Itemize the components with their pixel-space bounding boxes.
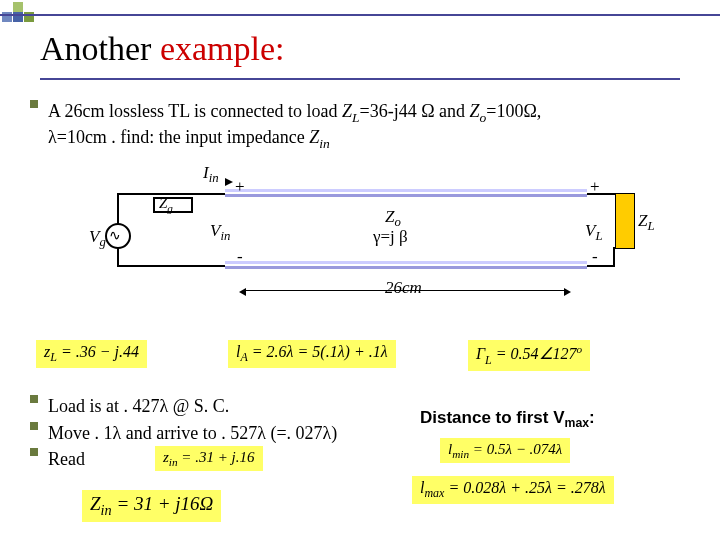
title-red: example:: [160, 30, 285, 67]
Zg-label: Zg: [159, 195, 173, 214]
ZL-label: ZL: [638, 211, 655, 234]
Zins: in: [319, 136, 330, 151]
title-black: Another: [40, 30, 160, 67]
Zo: Z: [470, 101, 480, 121]
b2b: (=. 027λ): [270, 423, 337, 443]
ZLs: L: [352, 110, 360, 125]
lA-eq: lA = 2.6λ = 5(.1λ) + .1λ: [228, 340, 396, 368]
header-rule: [0, 14, 720, 16]
lmin-eq: lmin = 0.5λ − .074λ: [440, 438, 570, 463]
Gamma-eq: ΓL = 0.54∠127o: [468, 340, 590, 371]
b3: Read: [30, 448, 690, 471]
gamma-label: γ=j β: [373, 227, 408, 247]
plus-right: +: [590, 177, 600, 197]
Zin-big-eq: Zin = 31 + j16Ω: [82, 490, 221, 522]
t4: λ=10cm . find: the input impedance: [48, 127, 309, 147]
t3: =100Ω,: [486, 101, 541, 121]
corner-logo: [2, 2, 36, 32]
wire: [117, 265, 227, 267]
wire: [585, 265, 615, 267]
Zin: Z: [309, 127, 319, 147]
bullet-icon: [30, 100, 38, 108]
zl-box: [615, 193, 635, 249]
tl-bottom-conductor: [225, 261, 587, 269]
dl3: :: [589, 408, 595, 427]
wire: [117, 247, 119, 267]
title-underline: [40, 78, 680, 80]
b3-text: Read: [48, 448, 690, 471]
Iin-label: Iin: [203, 163, 219, 186]
zL-eq: zL = .36 − j.44: [36, 340, 147, 368]
dl2: max: [565, 416, 590, 430]
bullet-icon: [30, 422, 38, 430]
circuit-diagram: ∿ Iin Vg Zg + Vin - Zo γ=j β + VL - ZL 2…: [95, 165, 635, 315]
t1: A 26cm lossless TL is connected to load: [48, 101, 342, 121]
distance-label: Distance to first Vmax:: [420, 408, 595, 430]
body: A 26cm lossless TL is connected to load …: [30, 100, 690, 157]
b2a: Move . 1λ and arrive to . 527λ: [48, 423, 270, 443]
problem-text: A 26cm lossless TL is connected to load …: [48, 100, 690, 153]
plus-left: +: [235, 177, 245, 197]
sine-icon: ∿: [109, 227, 121, 243]
Vin-label: Vin: [210, 221, 230, 244]
lower-bullets: Load is at . 427λ @ S. C. Move . 1λ and …: [30, 395, 690, 475]
wire: [117, 193, 119, 225]
wire: [613, 247, 615, 267]
VL-label: VL: [585, 221, 602, 244]
svg-rect-0: [13, 2, 23, 12]
bullet-icon: [30, 448, 38, 456]
minus-left: -: [237, 247, 243, 267]
ZL: Z: [342, 101, 352, 121]
Vg-label: Vg: [89, 227, 106, 250]
lmax-eq: lmax = 0.028λ + .25λ = .278λ: [412, 476, 614, 504]
minus-right: -: [592, 247, 598, 267]
zin-small-eq: zin = .31 + j.16: [155, 446, 263, 471]
dl1: Distance to first V: [420, 408, 565, 427]
page-title: Another example:: [40, 30, 285, 68]
current-arrow-icon: [225, 178, 233, 186]
length-label: 26cm: [385, 278, 422, 298]
tl-top-conductor: [225, 189, 587, 197]
t2: =36-j44 Ω and: [360, 101, 470, 121]
bullet-icon: [30, 395, 38, 403]
problem-item: A 26cm lossless TL is connected to load …: [30, 100, 690, 153]
